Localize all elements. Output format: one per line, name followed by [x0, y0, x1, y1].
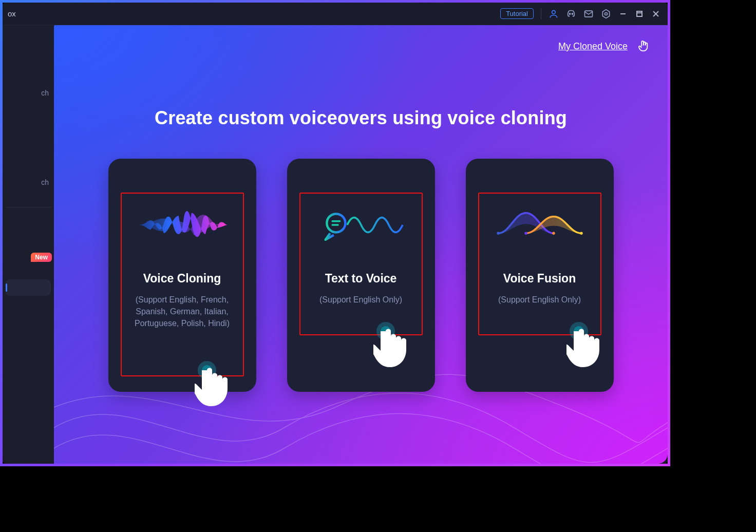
main-panel: My Cloned Voice Create custom voiceovers… [54, 25, 668, 464]
top-right-links: My Cloned Voice [558, 40, 649, 53]
card-subtitle: (Support English Only) [497, 294, 582, 306]
highlight-box: Voice Cloning (Support English, French, … [121, 193, 244, 376]
sidebar: ch ch New [3, 25, 54, 464]
card-title: Voice Cloning [143, 272, 221, 286]
user-icon[interactable] [549, 9, 559, 19]
minimize-button[interactable] [618, 9, 628, 18]
svg-point-18 [497, 232, 499, 235]
svg-rect-7 [637, 11, 642, 16]
svg-point-2 [572, 13, 573, 14]
card-text-to-voice[interactable]: Text to Voice (Support English Only) [287, 159, 435, 392]
svg-point-0 [552, 10, 556, 14]
card-voice-cloning[interactable]: Voice Cloning (Support English, French, … [108, 159, 256, 392]
app-window: ox Tutorial [0, 0, 670, 466]
svg-point-19 [524, 232, 527, 235]
sidebar-item-label: ch [41, 89, 49, 97]
mail-icon[interactable] [583, 9, 594, 19]
text-to-voice-icon [315, 202, 407, 248]
svg-marker-4 [602, 9, 609, 18]
card-voice-fusion[interactable]: Voice Fusion (Support English Only) [466, 159, 614, 392]
voice-fusion-icon [494, 202, 586, 248]
sidebar-item[interactable]: ch [3, 81, 54, 105]
new-badge: New [31, 253, 52, 262]
maximize-button[interactable] [635, 9, 644, 18]
close-button[interactable] [651, 9, 660, 18]
discord-icon[interactable] [566, 9, 576, 19]
body: ch ch New [3, 25, 668, 464]
card-title: Voice Fusion [503, 272, 576, 286]
sidebar-item[interactable]: ch [3, 170, 54, 195]
titlebar: ox Tutorial [3, 3, 668, 25]
card-title: Text to Voice [325, 272, 397, 286]
svg-point-13 [327, 214, 345, 232]
app-title: ox [8, 9, 16, 18]
sidebar-separator [6, 207, 51, 207]
settings-icon[interactable] [601, 9, 611, 19]
svg-point-1 [569, 13, 570, 14]
highlight-box: Text to Voice (Support English Only) [299, 193, 423, 335]
svg-point-5 [605, 12, 608, 15]
tutorial-button[interactable]: Tutorial [500, 8, 534, 19]
divider [541, 8, 541, 20]
card-subtitle: (Support English, French, Spanish, Germa… [122, 294, 243, 330]
cards-row: Voice Cloning (Support English, French, … [54, 159, 668, 392]
my-cloned-voice-link[interactable]: My Cloned Voice [558, 41, 628, 52]
page-title: Create custom voiceovers using voice clo… [54, 107, 668, 129]
highlight-box: Voice Fusion (Support English Only) [478, 193, 601, 335]
card-subtitle: (Support English Only) [318, 294, 403, 306]
sidebar-item-selected[interactable] [6, 279, 51, 296]
svg-point-20 [552, 232, 555, 235]
sidebar-item-label: ch [41, 178, 49, 186]
waveform-icon [136, 202, 229, 248]
feedback-icon[interactable] [638, 40, 649, 53]
svg-point-21 [580, 232, 582, 235]
sidebar-item[interactable]: New [3, 244, 54, 270]
